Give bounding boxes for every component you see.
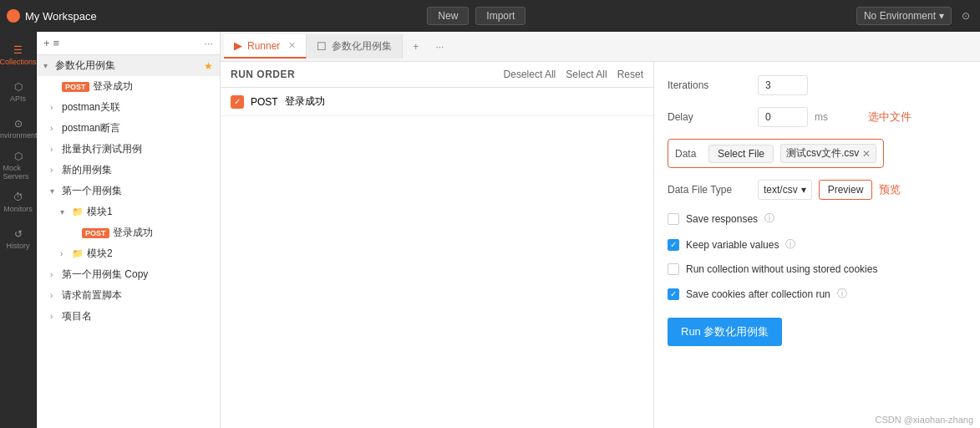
file-name-tag: 测试csv文件.csv ✕ (780, 144, 876, 163)
arrow-icon: › (50, 145, 58, 154)
tree-item-login-1[interactable]: › POST 登录成功 (37, 76, 220, 97)
chevron-down-icon: ▾ (801, 184, 806, 196)
arrow-icon: ▾ (43, 61, 52, 70)
tree-item-login-2[interactable]: › POST 登录成功 (37, 222, 220, 243)
runner-right-panel: Iterations Delay ms 选中文件 Data (654, 62, 980, 428)
tree-item-first-collection[interactable]: ▾ 第一个用例集 (37, 181, 220, 201)
tree-item-label: 请求前置脚本 (62, 288, 122, 303)
no-cookies-checkbox[interactable] (668, 263, 679, 275)
tree-item-label: 批量执行测试用例 (62, 142, 142, 156)
keep-variable-checkbox[interactable]: ✓ (668, 239, 679, 251)
environment-selector[interactable]: No Environment ▾ (856, 7, 952, 25)
sidebar-item-environments[interactable]: ⊙ Environments (3, 112, 33, 145)
new-button[interactable]: New (427, 7, 469, 25)
delay-row: Delay ms 选中文件 (668, 107, 967, 127)
post-badge: POST (82, 228, 109, 238)
more-menu-icon[interactable]: ··· (204, 37, 213, 49)
file-type-selector[interactable]: text/csv ▾ (758, 180, 812, 200)
history-icon: ↺ (14, 228, 23, 240)
arrow-icon: › (60, 249, 69, 258)
tree-item-module2[interactable]: › 📁 模块2 (37, 243, 220, 264)
data-file-type-row: Data File Type text/csv ▾ Preview 预览 (668, 180, 967, 200)
keep-variable-info-icon[interactable]: ⓘ (785, 237, 795, 252)
arrow-icon: › (50, 270, 58, 279)
file-panel: + ≡ ··· ▾ 参数化用例集 ★ › POST 登录成功 › postman… (37, 32, 221, 428)
tab-collection[interactable]: ☐ 参数化用例集 (307, 34, 403, 59)
run-button[interactable]: Run 参数化用例集 (668, 318, 782, 346)
save-cookies-checkbox[interactable]: ✓ (668, 288, 679, 300)
delay-input[interactable] (758, 107, 808, 127)
tree-item-label: 项目名 (62, 309, 92, 324)
save-cookies-info-icon[interactable]: ⓘ (837, 287, 847, 301)
workspace-title: My Workspace (7, 9, 97, 23)
arrow-icon: ▾ (50, 186, 58, 196)
run-order-header: RUN ORDER Deselect All Select All Reset (221, 62, 653, 88)
sidebar-item-collections[interactable]: ☰ Collections (3, 38, 33, 72)
file-type-value: text/csv (764, 184, 798, 196)
tree-item-label: 登录成功 (113, 226, 153, 240)
monitors-icon: ⏱ (13, 191, 23, 203)
arrow-icon: ▾ (60, 207, 69, 217)
reset-button[interactable]: Reset (617, 69, 643, 80)
sidebar-item-history[interactable]: ↺ History (3, 222, 33, 256)
new-tab-button[interactable]: + (403, 36, 429, 58)
deselect-all-button[interactable]: Deselect All (504, 69, 556, 80)
save-responses-label: Save responses (686, 213, 758, 225)
run-item: ✓ POST 登录成功 (221, 88, 653, 116)
arrow-icon: › (50, 291, 58, 300)
preview-button[interactable]: Preview (819, 180, 873, 200)
collection-icon: ☐ (317, 40, 327, 53)
tree-item-label: 参数化用例集 (55, 59, 115, 73)
select-file-button[interactable]: Select File (708, 145, 774, 163)
tree-item-module1[interactable]: ▾ 📁 模块1 (37, 201, 220, 222)
remove-file-icon[interactable]: ✕ (862, 148, 871, 160)
no-cookies-label: Run collection without using stored cook… (686, 263, 877, 275)
tree-item-label: 新的用例集 (62, 163, 112, 177)
iterations-input[interactable] (758, 75, 808, 95)
folder-icon: 📁 (72, 206, 84, 217)
tree-item-first-copy[interactable]: › 第一个用例集 Copy (37, 264, 220, 285)
filter-icon[interactable]: ≡ (53, 37, 60, 49)
top-bar: My Workspace New Import No Environment ▾… (0, 0, 980, 32)
tree-item-label: postman关联 (62, 100, 120, 115)
save-responses-checkbox[interactable] (668, 213, 679, 225)
iterations-label: Iterations (668, 79, 751, 91)
tree-item-collection-root[interactable]: ▾ 参数化用例集 ★ (37, 55, 220, 76)
tree-item-label: postman断言 (62, 121, 120, 135)
settings-icon[interactable]: ⊙ (958, 7, 973, 25)
folder-icon: 📁 (72, 248, 84, 259)
tree-item-postman-related[interactable]: › postman关联 (37, 97, 220, 118)
keep-variable-label: Keep variable values (686, 239, 779, 251)
sidebar-item-monitors[interactable]: ⏱ Monitors (3, 186, 33, 219)
select-all-button[interactable]: Select All (566, 69, 607, 80)
tab-runner[interactable]: ▶ Runner ✕ (224, 34, 307, 59)
keep-variable-row: ✓ Keep variable values ⓘ (668, 237, 967, 252)
arrow-icon: › (50, 103, 58, 112)
save-responses-info-icon[interactable]: ⓘ (764, 211, 774, 226)
iterations-row: Iterations (668, 75, 967, 95)
tree-item-label: 第一个用例集 Copy (62, 268, 148, 282)
data-row: Data Select File 测试csv文件.csv ✕ (668, 139, 884, 168)
close-runner-tab[interactable]: ✕ (288, 40, 296, 51)
import-button[interactable]: Import (475, 7, 526, 25)
tree-item-new-collection[interactable]: › 新的用例集 (37, 160, 220, 181)
watermark: CSDN @xiaohan-zhang (875, 415, 973, 425)
sidebar-item-apis[interactable]: ⬡ APIs (3, 75, 33, 109)
tab-bar: ▶ Runner ✕ ☐ 参数化用例集 + ··· (221, 32, 980, 62)
tree-item-batch-test[interactable]: › 批量执行测试用例 (37, 139, 220, 160)
run-item-name: 登录成功 (285, 94, 325, 109)
yulan-annotation: 预览 (879, 182, 901, 197)
tree-item-postman-assert[interactable]: › postman断言 (37, 118, 220, 139)
arrow-icon: › (50, 124, 58, 133)
run-item-checkbox[interactable]: ✓ (231, 95, 244, 109)
no-cookies-row: Run collection without using stored cook… (668, 263, 967, 275)
runner-icon: ▶ (234, 39, 242, 52)
data-label: Data (675, 148, 702, 160)
tab-more-button[interactable]: ··· (429, 38, 450, 56)
delay-label: Delay (668, 111, 751, 123)
add-icon[interactable]: + (43, 37, 50, 49)
tree-item-prerequest[interactable]: › 请求前置脚本 (37, 285, 220, 306)
tree-item-project[interactable]: › 项目名 (37, 306, 220, 327)
tree-item-label: 第一个用例集 (62, 184, 122, 198)
sidebar-item-mock-servers[interactable]: ⬡ Mock Servers (3, 149, 33, 182)
